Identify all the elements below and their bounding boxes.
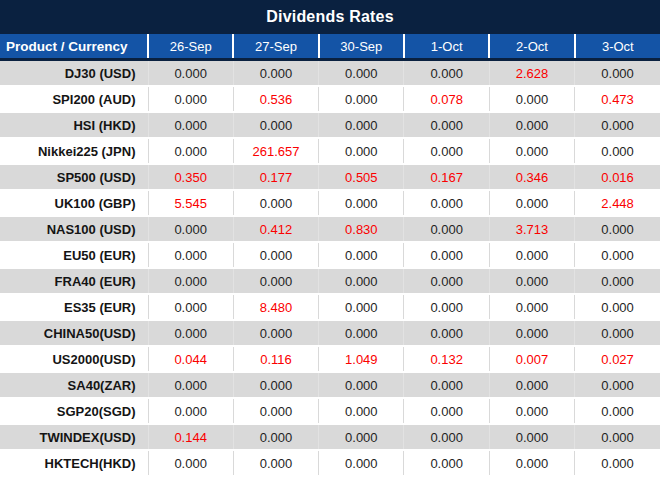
table-title: Dividends Rates <box>0 0 660 34</box>
dividend-value-cell: 0.000 <box>148 112 233 138</box>
table-row: EU50 (EUR)0.0000.0000.0000.0000.0000.000 <box>0 242 660 268</box>
table-row: HKTECH(HKD)0.0000.0000.0000.0000.0000.00… <box>0 450 660 476</box>
product-cell: EU50 (EUR) <box>0 242 148 268</box>
dividend-value-cell: 0.346 <box>489 164 574 190</box>
date-column-header: 26-Sep <box>148 34 233 60</box>
dividend-value-cell: 0.830 <box>319 216 404 242</box>
dividend-value-cell: 0.000 <box>319 450 404 476</box>
dividend-value-cell: 0.177 <box>233 164 318 190</box>
dividend-value-cell: 3.713 <box>489 216 574 242</box>
table-body: DJ30 (USD)0.0000.0000.0000.0002.6280.000… <box>0 60 660 477</box>
dividend-value-cell: 0.000 <box>148 320 233 346</box>
dividend-value-cell: 0.000 <box>489 450 574 476</box>
dividend-value-cell: 0.000 <box>233 398 318 424</box>
dividend-value-cell: 0.000 <box>575 294 660 320</box>
product-currency-header: Product / Currency <box>0 34 148 60</box>
date-column-header: 1-Oct <box>404 34 489 60</box>
dividend-value-cell: 0.000 <box>319 242 404 268</box>
dividend-value-cell: 0.167 <box>404 164 489 190</box>
dividend-value-cell: 0.000 <box>575 424 660 450</box>
dividend-value-cell: 0.044 <box>148 346 233 372</box>
date-column-header: 3-Oct <box>575 34 660 60</box>
dividend-value-cell: 0.000 <box>233 320 318 346</box>
table-row: ES35 (EUR)0.0008.4800.0000.0000.0000.000 <box>0 294 660 320</box>
dividend-value-cell: 0.000 <box>575 112 660 138</box>
dividend-value-cell: 0.000 <box>404 450 489 476</box>
table-row: Nikkei225 (JPN)0.000261.6570.0000.0000.0… <box>0 138 660 164</box>
dividend-value-cell: 0.000 <box>319 60 404 87</box>
dividend-value-cell: 0.000 <box>489 112 574 138</box>
dividend-value-cell: 0.000 <box>233 424 318 450</box>
dividend-value-cell: 0.000 <box>575 398 660 424</box>
dividend-value-cell: 0.000 <box>148 138 233 164</box>
product-cell: Nikkei225 (JPN) <box>0 138 148 164</box>
dividend-value-cell: 0.000 <box>148 60 233 87</box>
product-cell: HKTECH(HKD) <box>0 450 148 476</box>
dividend-value-cell: 0.000 <box>233 268 318 294</box>
dividend-value-cell: 8.480 <box>233 294 318 320</box>
dividend-value-cell: 0.000 <box>319 112 404 138</box>
dividend-value-cell: 0.000 <box>489 138 574 164</box>
table-row: SA40(ZAR)0.0000.0000.0000.0000.0000.000 <box>0 372 660 398</box>
dividend-value-cell: 0.000 <box>319 138 404 164</box>
dividend-value-cell: 0.000 <box>404 112 489 138</box>
dividends-rates-widget: Dividends Rates Product / Currency26-Sep… <box>0 0 660 478</box>
table-row: SGP20(SGD)0.0000.0000.0000.0000.0000.000 <box>0 398 660 424</box>
product-cell: SGP20(SGD) <box>0 398 148 424</box>
dividend-value-cell: 0.000 <box>575 60 660 87</box>
dividend-value-cell: 0.000 <box>404 268 489 294</box>
dividend-value-cell: 0.000 <box>233 372 318 398</box>
dividend-value-cell: 2.628 <box>489 60 574 87</box>
product-cell: CHINA50(USD) <box>0 320 148 346</box>
dividend-value-cell: 0.000 <box>489 424 574 450</box>
dividend-value-cell: 2.448 <box>575 190 660 216</box>
dividend-value-cell: 0.000 <box>148 268 233 294</box>
dividend-value-cell: 0.000 <box>489 294 574 320</box>
dividend-value-cell: 1.049 <box>319 346 404 372</box>
dividend-value-cell: 0.000 <box>404 216 489 242</box>
table-row: FRA40 (EUR)0.0000.0000.0000.0000.0000.00… <box>0 268 660 294</box>
product-cell: NAS100 (USD) <box>0 216 148 242</box>
dividend-value-cell: 0.000 <box>489 372 574 398</box>
dividend-value-cell: 0.412 <box>233 216 318 242</box>
dividend-value-cell: 0.000 <box>233 112 318 138</box>
dividend-value-cell: 0.000 <box>575 320 660 346</box>
dividend-value-cell: 0.000 <box>319 320 404 346</box>
dividend-value-cell: 0.000 <box>575 450 660 476</box>
header-row: Product / Currency26-Sep27-Sep30-Sep1-Oc… <box>0 34 660 60</box>
date-column-header: 2-Oct <box>489 34 574 60</box>
dividend-value-cell: 0.000 <box>148 216 233 242</box>
dividend-value-cell: 261.657 <box>233 138 318 164</box>
dividend-value-cell: 0.000 <box>489 190 574 216</box>
dividend-value-cell: 0.144 <box>148 424 233 450</box>
date-column-header: 30-Sep <box>319 34 404 60</box>
dividend-value-cell: 0.000 <box>233 242 318 268</box>
dividend-value-cell: 0.000 <box>404 138 489 164</box>
product-cell: SA40(ZAR) <box>0 372 148 398</box>
dividend-value-cell: 0.000 <box>319 398 404 424</box>
dividend-value-cell: 0.000 <box>233 450 318 476</box>
dividend-value-cell: 0.000 <box>489 242 574 268</box>
dividend-value-cell: 0.000 <box>575 138 660 164</box>
dividend-value-cell: 0.000 <box>404 190 489 216</box>
dividend-value-cell: 0.000 <box>404 424 489 450</box>
dividend-value-cell: 0.000 <box>489 398 574 424</box>
product-cell: TWINDEX(USD) <box>0 424 148 450</box>
product-cell: HSI (HKD) <box>0 112 148 138</box>
dividend-value-cell: 0.000 <box>148 242 233 268</box>
dividend-value-cell: 0.000 <box>233 60 318 87</box>
dividend-value-cell: 0.000 <box>575 372 660 398</box>
table-row: HSI (HKD)0.0000.0000.0000.0000.0000.000 <box>0 112 660 138</box>
product-cell: US2000(USD) <box>0 346 148 372</box>
table-row: SPI200 (AUD)0.0000.5360.0000.0780.0000.4… <box>0 86 660 112</box>
product-cell: SPI200 (AUD) <box>0 86 148 112</box>
dividend-value-cell: 0.116 <box>233 346 318 372</box>
dividend-value-cell: 0.000 <box>404 242 489 268</box>
product-cell: DJ30 (USD) <box>0 60 148 87</box>
product-cell: ES35 (EUR) <box>0 294 148 320</box>
dividend-value-cell: 0.000 <box>319 190 404 216</box>
dividend-value-cell: 0.000 <box>489 320 574 346</box>
dividend-value-cell: 0.000 <box>575 242 660 268</box>
dividend-value-cell: 0.000 <box>148 398 233 424</box>
dividend-value-cell: 0.000 <box>404 320 489 346</box>
